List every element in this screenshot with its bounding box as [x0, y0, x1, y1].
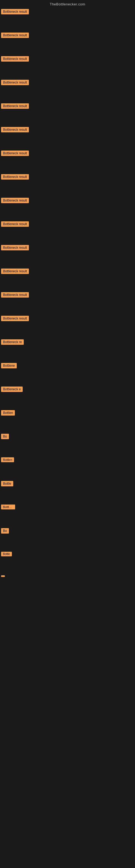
bottleneck-label-16[interactable]: Bottlene	[1, 363, 17, 368]
bottleneck-row-10: Bottleneck result	[0, 220, 135, 243]
bottleneck-row-17: Bottleneck e	[0, 385, 135, 408]
bottleneck-row-2: Bottleneck result	[0, 31, 135, 55]
bottleneck-row-19: Bo	[0, 432, 135, 456]
site-header: TheBottlenecker.com	[0, 0, 135, 7]
bottleneck-row-6: Bottleneck result	[0, 125, 135, 149]
bottleneck-label-25[interactable]	[1, 575, 5, 577]
bottleneck-label-21[interactable]: Bottle	[1, 481, 13, 486]
bottleneck-label-9[interactable]: Bottleneck result	[1, 198, 29, 203]
bottleneck-row-3: Bottleneck result	[0, 55, 135, 78]
bottleneck-label-5[interactable]: Bottleneck result	[1, 103, 29, 109]
bottleneck-label-18[interactable]: Bottlen	[1, 410, 15, 415]
bottleneck-row-25	[0, 574, 135, 597]
bottleneck-row-1: Bottleneck result	[0, 7, 135, 31]
bottleneck-row-8: Bottleneck result	[0, 173, 135, 196]
rows-container: Bottleneck resultBottleneck resultBottle…	[0, 7, 135, 597]
bottleneck-label-6[interactable]: Bottleneck result	[1, 127, 29, 132]
bottleneck-row-13: Bottleneck result	[0, 290, 135, 314]
bottleneck-row-15: Bottleneck re	[0, 338, 135, 361]
bottleneck-label-15[interactable]: Bottleneck re	[1, 339, 24, 345]
bottleneck-row-7: Bottleneck result	[0, 149, 135, 173]
bottleneck-row-11: Bottleneck result	[0, 243, 135, 267]
site-title: TheBottlenecker.com	[50, 2, 85, 6]
bottleneck-label-12[interactable]: Bottleneck result	[1, 269, 29, 274]
bottleneck-label-24[interactable]: Bottle	[1, 552, 12, 556]
bottleneck-label-10[interactable]: Bottleneck result	[1, 221, 29, 227]
bottleneck-label-4[interactable]: Bottleneck result	[1, 80, 29, 85]
bottleneck-label-19[interactable]: Bo	[1, 434, 9, 439]
bottleneck-label-13[interactable]: Bottleneck result	[1, 292, 29, 298]
bottleneck-label-2[interactable]: Bottleneck result	[1, 33, 29, 38]
bottleneck-row-21: Bottle	[0, 479, 135, 503]
bottleneck-row-12: Bottleneck result	[0, 267, 135, 290]
bottleneck-label-17[interactable]: Bottleneck e	[1, 386, 23, 392]
bottleneck-label-8[interactable]: Bottleneck result	[1, 174, 29, 180]
bottleneck-row-16: Bottlene	[0, 361, 135, 385]
bottleneck-row-23: Bo	[0, 527, 135, 550]
bottleneck-label-11[interactable]: Bottleneck result	[1, 245, 29, 250]
bottleneck-label-14[interactable]: Bottleneck result	[1, 316, 29, 321]
bottleneck-row-14: Bottleneck result	[0, 314, 135, 338]
bottleneck-row-18: Bottlen	[0, 408, 135, 432]
bottleneck-label-23[interactable]: Bo	[1, 528, 9, 533]
bottleneck-label-7[interactable]: Bottleneck result	[1, 151, 29, 156]
bottleneck-label-22[interactable]: Bottlenec	[1, 504, 15, 509]
bottleneck-label-1[interactable]: Bottleneck result	[1, 9, 29, 14]
bottleneck-row-20: Bottlen	[0, 456, 135, 479]
bottleneck-row-9: Bottleneck result	[0, 196, 135, 220]
bottleneck-row-24: Bottle	[0, 550, 135, 574]
bottleneck-row-5: Bottleneck result	[0, 102, 135, 125]
bottleneck-row-22: Bottlenec	[0, 503, 135, 527]
bottleneck-label-3[interactable]: Bottleneck result	[1, 56, 29, 62]
bottleneck-row-4: Bottleneck result	[0, 78, 135, 102]
bottleneck-label-20[interactable]: Bottlen	[1, 457, 14, 462]
